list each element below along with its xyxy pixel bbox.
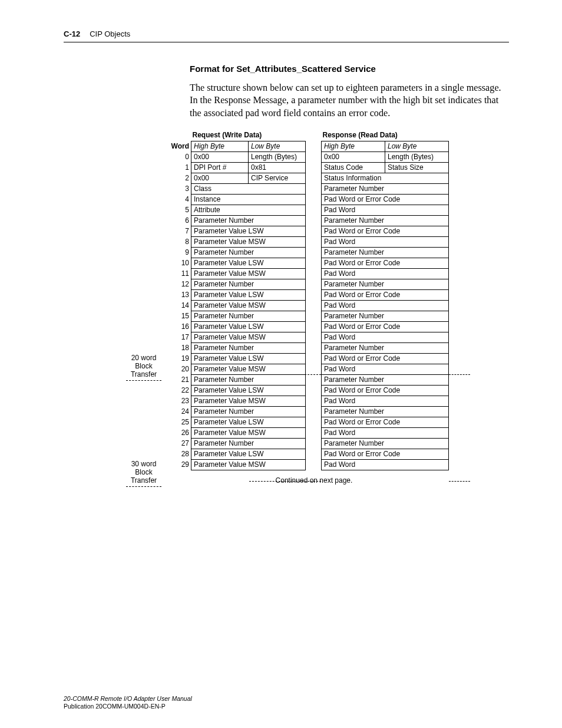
resp-col-high: High Byte	[322, 141, 385, 151]
table-row: Pad Word	[322, 332, 449, 342]
footer-manual-title: 20-COMM-R Remote I/O Adapter User Manual	[64, 695, 192, 703]
table-row: Parameter Number	[322, 215, 449, 226]
req-cell: Parameter Value LSW	[191, 417, 306, 427]
table-row: Pad Word	[322, 236, 449, 247]
table-row: Parameter Value MSW	[191, 459, 306, 470]
word-index: 27	[164, 438, 191, 449]
req-cell: Parameter Value MSW	[191, 332, 306, 342]
req-cell: Parameter Number	[191, 215, 306, 226]
req-cell: Parameter Number	[191, 438, 306, 449]
table-row: Parameter Value MSW	[191, 396, 306, 406]
response-table: Response (Read Data) High Byte Low Byte …	[321, 130, 449, 470]
resp-cell: Pad Word	[322, 332, 449, 342]
word-index: 24	[164, 406, 191, 417]
page-header: C-12 CIP Objects	[64, 29, 509, 42]
table-row: Parameter Value LSW	[191, 258, 306, 268]
req-cell: Parameter Value LSW	[191, 226, 306, 236]
table-row: Pad Word or Error Code	[322, 289, 449, 300]
table-row: Pad Word	[322, 205, 449, 215]
table-row: Parameter Number	[322, 279, 449, 289]
resp-cell: Pad Word or Error Code	[322, 194, 449, 205]
annot-30word: 30 word Block Transfer	[126, 459, 161, 486]
req-cell: Class	[191, 183, 306, 194]
table-row: 0x00Length (Bytes)	[322, 151, 449, 162]
table-row: Parameter Number	[322, 311, 449, 321]
table-row: Pad Word or Error Code	[322, 353, 449, 364]
req-cell: Parameter Value LSW	[191, 385, 306, 396]
word-header: Word	[164, 141, 191, 151]
req-cell: Parameter Value MSW	[191, 236, 306, 247]
req-col-high: High Byte	[191, 141, 249, 151]
resp-cell: Pad Word	[322, 396, 449, 406]
table-row: Pad Word	[322, 300, 449, 311]
req-cell-low: Length (Bytes)	[249, 151, 306, 162]
req-cell: Parameter Value LSW	[191, 258, 306, 268]
page-footer: 20-COMM-R Remote I/O Adapter User Manual…	[64, 695, 192, 710]
req-cell: Attribute	[191, 205, 306, 215]
resp-cell: Parameter Number	[322, 374, 449, 385]
table-row: Parameter Value MSW	[191, 300, 306, 311]
req-cell: Parameter Value MSW	[191, 459, 306, 470]
table-row: Pad Word	[322, 268, 449, 279]
word-index: 16	[164, 321, 191, 332]
req-cell: Parameter Number	[191, 406, 306, 417]
word-index: 10	[164, 258, 191, 268]
word-index: 13	[164, 289, 191, 300]
req-cell: Parameter Value MSW	[191, 427, 306, 438]
word-index: 17	[164, 332, 191, 342]
resp-cell: Pad Word	[322, 300, 449, 311]
resp-cell: Pad Word	[322, 205, 449, 215]
table-row: Parameter Value MSW	[191, 236, 306, 247]
request-title: Request (Write Data)	[191, 130, 306, 141]
response-title: Response (Read Data)	[322, 130, 449, 141]
page: C-12 CIP Objects Format for Set_Attribut…	[0, 0, 562, 728]
resp-cell: Pad Word	[322, 427, 449, 438]
req-cell: Instance	[191, 194, 306, 205]
word-index: 14	[164, 300, 191, 311]
req-cell: Parameter Number	[191, 247, 306, 258]
resp-cell: Pad Word or Error Code	[322, 258, 449, 268]
table-row: Pad Word or Error Code	[322, 194, 449, 205]
word-index: 7	[164, 226, 191, 236]
resp-cell-low: Status Size	[385, 162, 449, 173]
table-row: Parameter Value LSW	[191, 353, 306, 364]
req-cell: Parameter Number	[191, 374, 306, 385]
table-row: Parameter Value LSW	[191, 449, 306, 459]
table-row: Pad Word or Error Code	[322, 385, 449, 396]
word-index: 18	[164, 342, 191, 353]
table-row: Parameter Number	[191, 247, 306, 258]
table-row: Parameter Value LSW	[191, 417, 306, 427]
table-row: Parameter Number	[322, 342, 449, 353]
word-index: 28	[164, 449, 191, 459]
resp-cell: Parameter Number	[322, 279, 449, 289]
table-row: Status Information	[322, 173, 449, 183]
table-row: Parameter Number	[322, 374, 449, 385]
table-row: 0x00Length (Bytes)	[191, 151, 306, 162]
req-cell-high: 0x00	[191, 173, 249, 183]
req-cell: Parameter Value LSW	[191, 353, 306, 364]
content-area: Format for Set_Attributes_Scattered Serv…	[190, 64, 509, 485]
chapter-title: CIP Objects	[90, 29, 130, 38]
word-index: 22	[164, 385, 191, 396]
table-row: Parameter Value LSW	[191, 385, 306, 396]
table-row: Parameter Number	[322, 438, 449, 449]
resp-cell-high: Status Code	[322, 162, 385, 173]
req-cell: Parameter Value MSW	[191, 364, 306, 374]
table-row: Parameter Number	[322, 406, 449, 417]
table-row: Pad Word	[322, 459, 449, 470]
req-cell-low: 0x81	[249, 162, 306, 173]
table-row: Pad Word or Error Code	[322, 258, 449, 268]
req-cell: Parameter Value LSW	[191, 321, 306, 332]
table-row: Parameter Number	[191, 406, 306, 417]
word-index: 11	[164, 268, 191, 279]
resp-cell: Pad Word or Error Code	[322, 289, 449, 300]
resp-cell: Pad Word	[322, 268, 449, 279]
resp-cell: Status Information	[322, 173, 449, 183]
resp-cell: Pad Word or Error Code	[322, 226, 449, 236]
table-row: Pad Word	[322, 396, 449, 406]
req-cell: Parameter Value MSW	[191, 268, 306, 279]
word-index: 12	[164, 279, 191, 289]
resp-cell-low: Length (Bytes)	[385, 151, 449, 162]
table-row: Parameter Number	[191, 311, 306, 321]
table-row: Instance	[191, 194, 306, 205]
